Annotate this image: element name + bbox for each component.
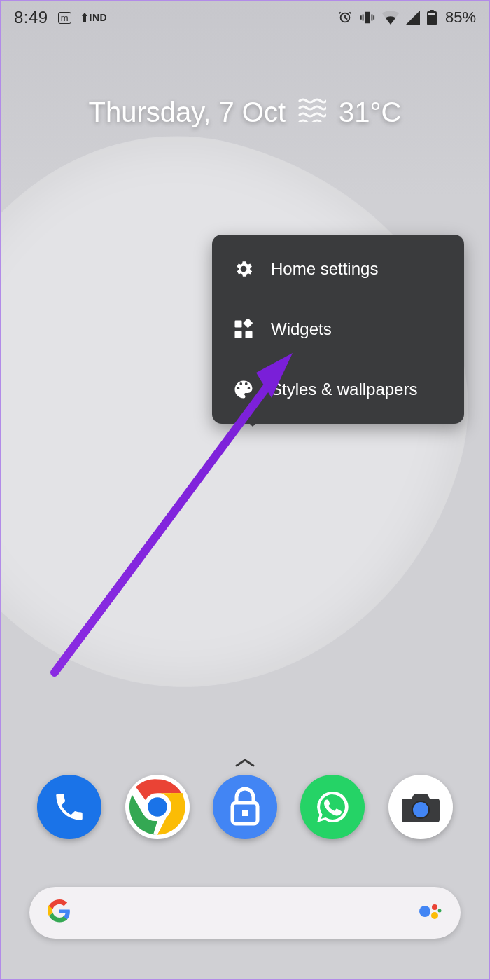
date-weather-widget[interactable]: Thursday, 7 Oct 31°C xyxy=(1,97,489,128)
svg-rect-5 xyxy=(246,331,253,338)
svg-point-16 xyxy=(419,906,430,917)
app-chrome[interactable] xyxy=(125,775,190,839)
svg-rect-6 xyxy=(243,319,253,328)
svg-rect-13 xyxy=(242,810,248,816)
menu-item-label: Home settings xyxy=(271,259,378,279)
svg-rect-2 xyxy=(428,13,435,15)
status-bar: 8:49 m IND 85% xyxy=(1,1,489,34)
signal-icon xyxy=(406,11,420,25)
notification-m-icon: m xyxy=(58,12,71,24)
weather-fog-icon xyxy=(298,97,326,128)
wifi-icon xyxy=(382,11,399,25)
menu-item-label: Styles & wallpapers xyxy=(271,380,417,399)
camera-icon xyxy=(400,790,441,824)
widgets-icon xyxy=(232,317,255,341)
alarm-icon xyxy=(337,10,353,25)
phone-icon xyxy=(52,789,87,824)
app-camera[interactable] xyxy=(388,775,453,839)
lock-icon xyxy=(228,787,262,827)
svg-point-11 xyxy=(148,797,167,817)
google-g-icon xyxy=(48,899,71,926)
app-drawer-handle[interactable] xyxy=(234,758,255,771)
app-lock[interactable] xyxy=(213,775,277,839)
dock xyxy=(1,775,489,839)
notification-ind-icon: IND xyxy=(81,12,108,23)
gear-icon xyxy=(232,257,255,281)
app-whatsapp[interactable] xyxy=(300,775,365,839)
svg-point-18 xyxy=(431,912,438,919)
status-clock: 8:49 xyxy=(14,8,48,27)
vibrate-icon xyxy=(360,10,375,25)
date-text: Thursday, 7 Oct xyxy=(89,97,286,128)
home-context-menu: Home settings Widgets Styles & wallpaper… xyxy=(212,235,464,424)
assistant-icon[interactable] xyxy=(417,899,442,927)
svg-rect-4 xyxy=(235,331,242,338)
menu-item-widgets[interactable]: Widgets xyxy=(212,299,464,359)
menu-item-styles-wallpapers[interactable]: Styles & wallpapers xyxy=(212,359,464,420)
svg-rect-3 xyxy=(235,321,242,328)
palette-icon xyxy=(232,378,255,401)
battery-icon xyxy=(427,10,437,25)
menu-item-home-settings[interactable]: Home settings xyxy=(212,239,464,299)
battery-percent: 85% xyxy=(445,8,476,27)
svg-rect-1 xyxy=(430,10,434,12)
svg-point-17 xyxy=(432,904,438,910)
svg-point-19 xyxy=(438,909,442,913)
menu-item-label: Widgets xyxy=(271,319,332,339)
temperature-text: 31°C xyxy=(339,97,401,128)
chrome-icon xyxy=(127,777,188,837)
google-search-bar[interactable] xyxy=(29,887,461,939)
app-phone[interactable] xyxy=(37,775,102,839)
whatsapp-icon xyxy=(314,788,351,826)
